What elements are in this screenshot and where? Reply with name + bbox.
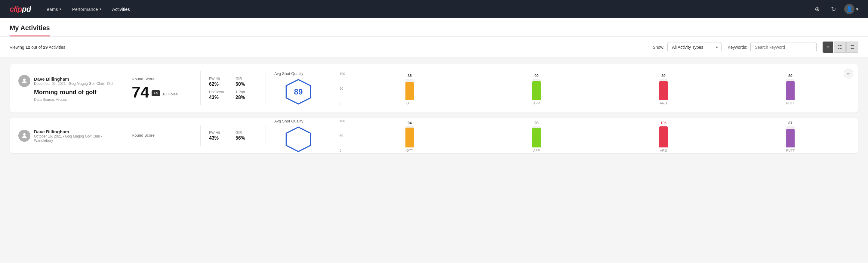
bar-value: 94 xyxy=(407,121,411,125)
list-wide-icon: ☰ xyxy=(850,44,855,50)
list-dense-icon: ≡ xyxy=(827,45,829,50)
score-holes: 18 Holes xyxy=(162,92,178,96)
stat-label: FW Hit xyxy=(209,130,231,135)
stat-value: 28% xyxy=(236,95,257,100)
activity-type-dropdown[interactable]: All Activity Types xyxy=(668,42,721,52)
activity-date: December 05, 2021 - Gog Magog Golf Club … xyxy=(34,82,113,86)
stat-label: GIR xyxy=(236,130,257,135)
nav-activities-label: Activities xyxy=(112,7,130,12)
bar-fill xyxy=(786,129,795,147)
edit-button[interactable]: ✏ xyxy=(844,69,853,79)
bar-app: 93 APP xyxy=(477,121,596,152)
stat-fw-hit: FW Hit 43% xyxy=(209,130,231,141)
view-toggle-grid[interactable]: ☷ xyxy=(834,41,846,53)
bar-label: APP xyxy=(533,149,540,152)
stat-fw-hit: FW Hit 62% xyxy=(209,77,231,87)
bar-fill xyxy=(659,126,668,147)
activity-card: Dave Billingham October 16, 2021 - Gog M… xyxy=(10,118,858,154)
nav-teams[interactable]: Teams ▾ xyxy=(40,4,66,14)
svg-point-2 xyxy=(23,133,26,136)
chart-y-labels: 100 50 0 xyxy=(340,119,345,152)
filter-show: Show: All Activity Types xyxy=(653,42,721,52)
nav-teams-label: Teams xyxy=(45,7,58,12)
divider xyxy=(123,125,123,146)
activities-list: Dave Billingham December 05, 2021 - Gog … xyxy=(0,58,868,160)
score-value: 74 xyxy=(132,84,149,100)
user-avatar-wrap[interactable]: 👤 ▾ xyxy=(844,4,858,14)
refresh-button[interactable]: ↻ xyxy=(828,4,839,14)
score-badge: +4 xyxy=(152,90,160,96)
viewing-count: 12 xyxy=(26,45,30,50)
nav-right: ⊕ ↻ 👤 ▾ xyxy=(812,4,858,14)
stat-label: FW Hit xyxy=(209,77,231,81)
stat-gir: GIR 56% xyxy=(236,130,257,141)
view-toggles: ≡ ☷ ☰ xyxy=(823,41,858,53)
divider xyxy=(266,125,266,146)
navbar: clippd Teams ▾ Performance ▾ Activities … xyxy=(0,0,868,18)
chart-bars: 85 OTT 90 APP 89 xyxy=(350,72,850,105)
bar-value: 85 xyxy=(407,74,411,78)
viewing-mid: out of xyxy=(31,45,42,50)
bar-fill xyxy=(532,81,541,100)
round-score-label: Round Score xyxy=(132,133,192,138)
round-score-label: Round Score xyxy=(132,77,192,81)
activity-source: Data Source: Arccos xyxy=(34,97,115,102)
filter-keywords: Keywords: xyxy=(727,42,816,52)
logo[interactable]: clippd xyxy=(10,4,31,14)
activity-card: Dave Billingham December 05, 2021 - Gog … xyxy=(10,64,858,113)
bar-label: PUTT xyxy=(786,101,795,105)
bar-container xyxy=(405,126,414,147)
view-toggle-list-wide[interactable]: ☰ xyxy=(846,41,858,53)
bar-putt: 89 PUTT xyxy=(731,74,850,105)
viewing-suffix: Activities xyxy=(49,45,65,50)
avatar-chevron-icon: ▾ xyxy=(856,6,858,12)
bar-fill xyxy=(405,82,414,100)
bar-container xyxy=(659,79,668,100)
filter-info: Viewing 12 out of 29 Activities xyxy=(10,45,647,50)
y-label-100: 100 xyxy=(340,72,345,76)
bar-value: 106 xyxy=(660,121,666,125)
y-label-100: 100 xyxy=(340,119,345,123)
filter-bar: Viewing 12 out of 29 Activities Show: Al… xyxy=(0,37,868,58)
nav-performance[interactable]: Performance ▾ xyxy=(68,4,105,14)
divider xyxy=(200,125,200,146)
card-stats: FW Hit 62% GIR 50% Up/Down 43% 1 Putt 28… xyxy=(209,77,257,100)
svg-marker-3 xyxy=(286,127,311,151)
card-chart: 100 50 0 85 OTT 90 xyxy=(340,72,850,105)
keyword-input[interactable] xyxy=(750,42,816,52)
bar-value: 89 xyxy=(661,74,665,78)
bar-label: PUTT xyxy=(786,149,795,152)
avatar xyxy=(18,75,30,87)
bar-putt: 87 PUTT xyxy=(731,121,850,152)
stat-label: GIR xyxy=(236,77,257,81)
view-toggle-list-dense[interactable]: ≡ xyxy=(823,41,833,53)
stat-value: 43% xyxy=(209,136,231,141)
nav-performance-label: Performance xyxy=(72,7,98,12)
add-button[interactable]: ⊕ xyxy=(812,4,823,14)
show-label: Show: xyxy=(653,45,664,50)
quality-label: Avg Shot Quality xyxy=(274,119,304,123)
user-name: Dave Billingham xyxy=(34,129,115,134)
quality-score: 89 xyxy=(294,87,303,96)
nav-activities[interactable]: Activities xyxy=(108,4,134,14)
stat-gir: GIR 50% xyxy=(236,77,257,87)
performance-chevron-icon: ▾ xyxy=(99,7,101,11)
quality-hexagon xyxy=(285,126,312,153)
bar-container xyxy=(405,79,414,100)
user-avatar: 👤 xyxy=(844,4,855,14)
bar-value: 87 xyxy=(788,121,792,125)
stat-label: Up/Down xyxy=(209,90,231,94)
quality-label: Avg Shot Quality xyxy=(274,71,304,76)
bar-label: OTT xyxy=(406,101,413,105)
bar-container xyxy=(659,126,668,147)
score-main: 74 +4 18 Holes xyxy=(132,84,192,100)
divider xyxy=(331,125,331,146)
hexagon-wrap: 89 xyxy=(285,78,312,105)
bar-value: 89 xyxy=(788,74,792,78)
bar-fill xyxy=(532,128,541,147)
bar-fill xyxy=(405,127,414,147)
activity-type-dropdown-wrap[interactable]: All Activity Types xyxy=(668,42,721,52)
stat-updown: Up/Down 43% xyxy=(209,90,231,100)
bar-container xyxy=(532,79,541,100)
bar-label: ARG xyxy=(660,149,667,152)
